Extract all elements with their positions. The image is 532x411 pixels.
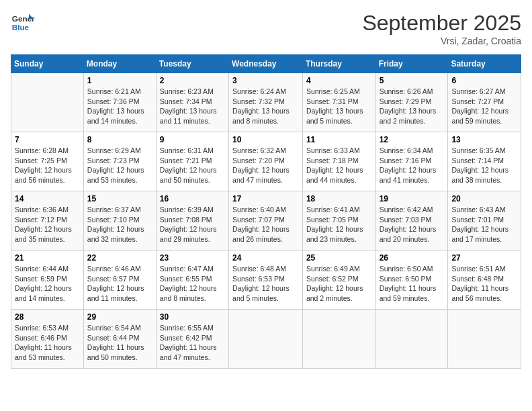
- calendar-cell: 26 Sunrise: 6:50 AMSunset: 6:50 PMDaylig…: [375, 250, 448, 310]
- day-number: 24: [232, 253, 299, 263]
- cell-info: Sunrise: 6:24 AMSunset: 7:32 PMDaylight:…: [232, 87, 299, 126]
- cell-info: Sunrise: 6:51 AMSunset: 6:48 PMDaylight:…: [451, 264, 517, 304]
- calendar-cell: 22 Sunrise: 6:46 AMSunset: 6:57 PMDaylig…: [83, 250, 156, 310]
- day-number: 25: [306, 253, 372, 263]
- cell-info: Sunrise: 6:40 AMSunset: 7:07 PMDaylight:…: [232, 205, 299, 244]
- day-number: 3: [232, 76, 299, 85]
- calendar-cell: 10 Sunrise: 6:32 AMSunset: 7:20 PMDaylig…: [229, 132, 303, 191]
- calendar-cell: 24 Sunrise: 6:48 AMSunset: 6:53 PMDaylig…: [229, 250, 303, 310]
- day-number: 11: [306, 135, 372, 144]
- title-block: September 2025 Vrsi, Zadar, Croatia: [362, 11, 521, 46]
- logo-icon: General Blue: [11, 11, 35, 35]
- day-number: 17: [232, 194, 299, 203]
- calendar-cell: [375, 310, 448, 369]
- cell-info: Sunrise: 6:27 AMSunset: 7:27 PMDaylight:…: [451, 87, 517, 126]
- day-number: 9: [160, 135, 225, 144]
- weekday-header: Friday: [375, 55, 448, 73]
- calendar-cell: [229, 310, 303, 369]
- weekday-header: Wednesday: [229, 55, 303, 73]
- calendar-week-row: 1 Sunrise: 6:21 AMSunset: 7:36 PMDayligh…: [11, 73, 521, 132]
- day-number: 27: [451, 253, 517, 263]
- cell-info: Sunrise: 6:21 AMSunset: 7:36 PMDaylight:…: [87, 87, 152, 126]
- calendar-cell: 7 Sunrise: 6:28 AMSunset: 7:25 PMDayligh…: [11, 132, 84, 191]
- calendar-cell: 5 Sunrise: 6:26 AMSunset: 7:29 PMDayligh…: [375, 73, 448, 132]
- calendar-cell: 8 Sunrise: 6:29 AMSunset: 7:23 PMDayligh…: [83, 132, 156, 191]
- calendar-cell: 13 Sunrise: 6:35 AMSunset: 7:14 PMDaylig…: [448, 132, 521, 191]
- day-number: 12: [380, 135, 445, 144]
- day-number: 29: [87, 312, 152, 322]
- svg-text:Blue: Blue: [12, 23, 30, 32]
- calendar-week-row: 7 Sunrise: 6:28 AMSunset: 7:25 PMDayligh…: [11, 132, 521, 191]
- calendar-cell: 16 Sunrise: 6:39 AMSunset: 7:08 PMDaylig…: [156, 191, 228, 250]
- month-title: September 2025: [362, 11, 521, 36]
- calendar-week-row: 14 Sunrise: 6:36 AMSunset: 7:12 PMDaylig…: [11, 191, 521, 250]
- weekday-header: Sunday: [11, 55, 84, 73]
- calendar-week-row: 28 Sunrise: 6:53 AMSunset: 6:46 PMDaylig…: [11, 310, 521, 369]
- calendar-cell: 4 Sunrise: 6:25 AMSunset: 7:31 PMDayligh…: [302, 73, 375, 132]
- calendar-cell: 17 Sunrise: 6:40 AMSunset: 7:07 PMDaylig…: [229, 191, 303, 250]
- cell-info: Sunrise: 6:55 AMSunset: 6:42 PMDaylight:…: [160, 323, 225, 363]
- day-number: 1: [87, 76, 152, 85]
- cell-info: Sunrise: 6:36 AMSunset: 7:12 PMDaylight:…: [15, 205, 80, 244]
- calendar-week-row: 21 Sunrise: 6:44 AMSunset: 6:59 PMDaylig…: [11, 250, 521, 310]
- cell-info: Sunrise: 6:41 AMSunset: 7:05 PMDaylight:…: [306, 205, 372, 244]
- cell-info: Sunrise: 6:47 AMSunset: 6:55 PMDaylight:…: [160, 264, 225, 304]
- weekday-header: Monday: [83, 55, 156, 73]
- weekday-header: Tuesday: [156, 55, 228, 73]
- calendar-cell: 20 Sunrise: 6:43 AMSunset: 7:01 PMDaylig…: [448, 191, 521, 250]
- cell-info: Sunrise: 6:32 AMSunset: 7:20 PMDaylight:…: [232, 146, 299, 185]
- cell-info: Sunrise: 6:23 AMSunset: 7:34 PMDaylight:…: [160, 87, 225, 126]
- cell-info: Sunrise: 6:29 AMSunset: 7:23 PMDaylight:…: [87, 146, 152, 185]
- calendar-cell: 11 Sunrise: 6:33 AMSunset: 7:18 PMDaylig…: [302, 132, 375, 191]
- day-number: 13: [451, 135, 517, 144]
- day-number: 26: [380, 253, 445, 263]
- cell-info: Sunrise: 6:31 AMSunset: 7:21 PMDaylight:…: [160, 146, 225, 185]
- day-number: 14: [15, 194, 80, 203]
- calendar-cell: [302, 310, 375, 369]
- weekday-header: Saturday: [448, 55, 521, 73]
- day-number: 7: [15, 135, 80, 144]
- calendar-cell: 28 Sunrise: 6:53 AMSunset: 6:46 PMDaylig…: [11, 310, 84, 369]
- cell-info: Sunrise: 6:49 AMSunset: 6:52 PMDaylight:…: [306, 264, 372, 304]
- day-number: 19: [380, 194, 445, 203]
- cell-info: Sunrise: 6:35 AMSunset: 7:14 PMDaylight:…: [451, 146, 517, 185]
- day-number: 2: [160, 76, 225, 85]
- calendar-cell: 6 Sunrise: 6:27 AMSunset: 7:27 PMDayligh…: [448, 73, 521, 132]
- day-number: 21: [15, 253, 80, 263]
- cell-info: Sunrise: 6:48 AMSunset: 6:53 PMDaylight:…: [232, 264, 299, 304]
- cell-info: Sunrise: 6:44 AMSunset: 6:59 PMDaylight:…: [15, 264, 80, 304]
- calendar-cell: 1 Sunrise: 6:21 AMSunset: 7:36 PMDayligh…: [83, 73, 156, 132]
- calendar-cell: 12 Sunrise: 6:34 AMSunset: 7:16 PMDaylig…: [375, 132, 448, 191]
- logo: General Blue General Blue: [11, 11, 35, 35]
- calendar-cell: 23 Sunrise: 6:47 AMSunset: 6:55 PMDaylig…: [156, 250, 228, 310]
- day-number: 4: [306, 76, 372, 85]
- calendar-cell: 29 Sunrise: 6:54 AMSunset: 6:44 PMDaylig…: [83, 310, 156, 369]
- weekday-header: Thursday: [302, 55, 375, 73]
- cell-info: Sunrise: 6:33 AMSunset: 7:18 PMDaylight:…: [306, 146, 372, 185]
- calendar-cell: 2 Sunrise: 6:23 AMSunset: 7:34 PMDayligh…: [156, 73, 228, 132]
- calendar-cell: 3 Sunrise: 6:24 AMSunset: 7:32 PMDayligh…: [229, 73, 303, 132]
- day-number: 6: [451, 76, 517, 85]
- day-number: 5: [380, 76, 445, 85]
- day-number: 18: [306, 194, 372, 203]
- weekday-header-row: SundayMondayTuesdayWednesdayThursdayFrid…: [11, 55, 521, 73]
- cell-info: Sunrise: 6:26 AMSunset: 7:29 PMDaylight:…: [380, 87, 445, 126]
- calendar-cell: 15 Sunrise: 6:37 AMSunset: 7:10 PMDaylig…: [83, 191, 156, 250]
- calendar-table: SundayMondayTuesdayWednesdayThursdayFrid…: [11, 54, 521, 369]
- day-number: 8: [87, 135, 152, 144]
- calendar-cell: 25 Sunrise: 6:49 AMSunset: 6:52 PMDaylig…: [302, 250, 375, 310]
- cell-info: Sunrise: 6:43 AMSunset: 7:01 PMDaylight:…: [451, 205, 517, 244]
- day-number: 10: [232, 135, 299, 144]
- day-number: 15: [87, 194, 152, 203]
- day-number: 20: [451, 194, 517, 203]
- day-number: 23: [160, 253, 225, 263]
- cell-info: Sunrise: 6:39 AMSunset: 7:08 PMDaylight:…: [160, 205, 225, 244]
- calendar-cell: 18 Sunrise: 6:41 AMSunset: 7:05 PMDaylig…: [302, 191, 375, 250]
- calendar-cell: [11, 73, 84, 132]
- cell-info: Sunrise: 6:28 AMSunset: 7:25 PMDaylight:…: [15, 146, 80, 185]
- cell-info: Sunrise: 6:37 AMSunset: 7:10 PMDaylight:…: [87, 205, 152, 244]
- cell-info: Sunrise: 6:42 AMSunset: 7:03 PMDaylight:…: [380, 205, 445, 244]
- day-number: 30: [160, 312, 225, 322]
- cell-info: Sunrise: 6:34 AMSunset: 7:16 PMDaylight:…: [380, 146, 445, 185]
- cell-info: Sunrise: 6:50 AMSunset: 6:50 PMDaylight:…: [380, 264, 445, 304]
